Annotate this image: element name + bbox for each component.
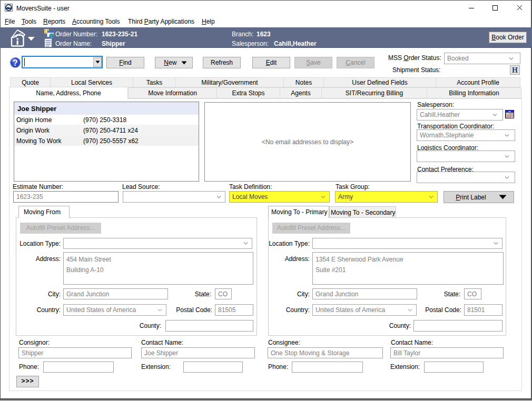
- svg-text:?: ?: [13, 58, 18, 67]
